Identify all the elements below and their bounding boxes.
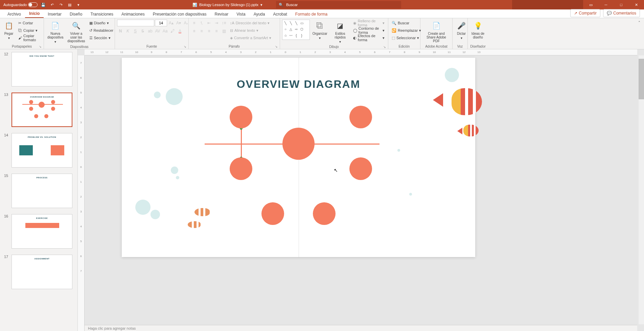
increase-indent-button[interactable]: ⇥ xyxy=(213,20,220,26)
comments-button[interactable]: 💬Comentarios xyxy=(603,9,640,17)
select-button[interactable]: ⬚Seleccionar▾ xyxy=(390,34,422,41)
paragraph-launcher[interactable]: ↘ xyxy=(275,45,278,48)
slide-editor[interactable]: OVERVIEW DIAGRAM xyxy=(122,58,475,257)
clear-format-icon[interactable]: Aₓ xyxy=(183,20,189,26)
tab-formato-forma[interactable]: Formato de forma xyxy=(291,10,331,18)
design-ideas-button[interactable]: 💡Ideas de diseño xyxy=(470,20,486,40)
tab-animaciones[interactable]: Animaciones xyxy=(117,10,149,18)
find-button[interactable]: 🔍Buscar xyxy=(390,20,422,26)
autosave-switch[interactable] xyxy=(28,2,38,7)
diagram-vertical-line-selected[interactable] xyxy=(241,129,242,159)
reuse-slides-button[interactable]: 🔍Volver a usar las diapositivas xyxy=(66,20,86,44)
slide-thumb-15[interactable]: PROCESS xyxy=(12,174,72,208)
shape-line3[interactable]: ╲ xyxy=(294,21,299,25)
ribbon-mode-icon[interactable]: ▭ xyxy=(583,0,598,9)
notes-panel[interactable]: Haga clic para agregar notas xyxy=(85,325,637,331)
tab-transiciones[interactable]: Transiciones xyxy=(86,10,117,18)
qat-dropdown-icon[interactable]: ▾ xyxy=(75,2,82,8)
user-account[interactable] xyxy=(512,0,583,9)
vertical-scrollbar[interactable] xyxy=(639,55,644,324)
tab-acrobat[interactable]: Acrobat xyxy=(269,10,291,18)
chevron-down-icon[interactable]: ▾ xyxy=(54,40,56,44)
font-size-input[interactable] xyxy=(155,20,167,26)
shape-star[interactable]: ☆ xyxy=(283,33,288,38)
tab-diseno[interactable]: Diseño xyxy=(66,10,86,18)
slide-title-text[interactable]: OVERVIEW DIAGRAM xyxy=(237,78,361,91)
highlight-button[interactable]: 🖍 xyxy=(169,28,176,34)
tab-archivo[interactable]: Archivo xyxy=(3,10,25,18)
shape-brace-l[interactable]: { xyxy=(294,33,299,38)
tab-ayuda[interactable]: Ayuda xyxy=(250,10,269,18)
shape-rect[interactable]: ▭ xyxy=(299,21,304,25)
slide-thumb-14[interactable]: PROBLEM VS. SOLUTION xyxy=(12,133,72,168)
align-center-button[interactable]: ≡ xyxy=(198,28,205,34)
scrollbar-thumb[interactable] xyxy=(639,59,644,99)
format-painter-button[interactable]: 🖌Copiar formato xyxy=(17,34,42,41)
shape-fill-button[interactable]: ◉Relleno de forma▾ xyxy=(352,20,386,26)
strike-button[interactable]: S̶ xyxy=(139,28,146,34)
redo-icon[interactable]: ↷ xyxy=(58,2,64,8)
slide-thumb-16[interactable]: EXERCISE xyxy=(12,214,72,249)
slide-thumb-13[interactable]: OVERVIEW DIAGRAM xyxy=(12,93,72,127)
section-button[interactable]: ☰Sección▾ xyxy=(88,34,115,41)
shape-hex[interactable]: ⬡ xyxy=(299,27,304,32)
slide-thumbnail-panel[interactable]: 12 DID YOU KNOW THIS? 13 OVERVIEW DIAGRA… xyxy=(0,49,78,331)
shape-effects-button[interactable]: ◐Efectos de forma▾ xyxy=(352,34,386,41)
line-spacing-button[interactable]: ↕≡ xyxy=(221,20,227,26)
font-launcher[interactable]: ↘ xyxy=(184,45,186,48)
save-icon[interactable]: 💾 xyxy=(40,2,46,8)
dictate-button[interactable]: 🎤Dictar▾ xyxy=(455,20,468,41)
bold-button[interactable]: N xyxy=(117,28,124,34)
shadow-button[interactable]: ab xyxy=(147,28,154,34)
diagram-circle[interactable] xyxy=(313,202,336,225)
shape-line[interactable]: ╲ xyxy=(283,21,288,25)
drawing-launcher[interactable]: ↘ xyxy=(383,45,386,49)
title-dropdown-icon[interactable]: ▾ xyxy=(260,3,262,7)
tab-revisar[interactable]: Revisar xyxy=(210,10,232,18)
minimize-button[interactable]: ─ xyxy=(598,0,614,9)
underline-button[interactable]: S xyxy=(132,28,139,34)
close-button[interactable]: ✕ xyxy=(629,0,644,9)
maximize-button[interactable]: □ xyxy=(614,0,629,9)
undo-icon[interactable]: ↶ xyxy=(49,2,55,8)
diagram-circle[interactable] xyxy=(230,106,252,128)
smartart-button[interactable]: ◈Convertir a SmartArt▾ xyxy=(229,34,273,41)
italic-button[interactable]: K xyxy=(124,28,131,34)
diagram-circle[interactable] xyxy=(349,157,372,180)
tab-inicio[interactable]: Inicio xyxy=(25,10,44,18)
document-title[interactable]: 📊 Biology Lesson by Slidesgo (1).pptx ▾ xyxy=(192,3,262,7)
bullets-button[interactable]: ≡ xyxy=(191,20,198,26)
diagram-circle[interactable] xyxy=(261,202,284,225)
chevron-down-icon[interactable]: ▾ xyxy=(107,21,109,25)
clipboard-launcher[interactable]: ↘ xyxy=(39,45,42,48)
align-right-button[interactable]: ≡ xyxy=(206,28,212,34)
shapes-gallery[interactable]: ╲ ╲ ╲ ▭ ○ △ ⇨ ⬡ ☆ 〰 { } xyxy=(282,20,310,40)
case-button[interactable]: Aa xyxy=(162,28,168,34)
tab-vista[interactable]: Vista xyxy=(232,10,249,18)
tab-presentacion[interactable]: Presentación con diapositivas xyxy=(149,10,211,18)
arrange-button[interactable]: ⿻Organizar▾ xyxy=(311,20,329,41)
layout-button[interactable]: ▦Diseño▾ xyxy=(88,20,115,26)
slide-canvas[interactable]: 13121110987654321012345678910111213 7654… xyxy=(78,49,644,331)
slide-thumb-12[interactable]: DID YOU KNOW THIS? xyxy=(12,52,72,86)
decrease-indent-button[interactable]: ⇤ xyxy=(206,20,212,26)
columns-button[interactable]: ▥ xyxy=(221,28,227,34)
increase-font-icon[interactable]: A▴ xyxy=(168,20,175,26)
shape-outline-button[interactable]: ◯Contorno de forma▾ xyxy=(352,27,386,34)
shape-tri[interactable]: △ xyxy=(289,27,293,32)
diagram-circle[interactable] xyxy=(230,157,252,180)
chevron-down-icon[interactable]: ▾ xyxy=(36,28,38,33)
cut-button[interactable]: ✂Cortar xyxy=(17,20,42,26)
copy-button[interactable]: ⿻Copiar▾ xyxy=(17,27,42,34)
slide-thumb-17[interactable]: ASSIGNMENT xyxy=(12,255,72,289)
adobe-pdf-button[interactable]: 📄Create and Share Adobe PDF xyxy=(422,20,450,44)
font-name-input[interactable] xyxy=(117,20,154,26)
shape-line2[interactable]: ╲ xyxy=(289,21,293,25)
chevron-down-icon[interactable]: ▾ xyxy=(109,36,111,40)
align-text-button[interactable]: ⊟Alinear texto▾ xyxy=(229,27,273,34)
numbering-button[interactable]: ⒈ xyxy=(198,20,205,26)
diagram-circle[interactable] xyxy=(349,106,372,128)
paste-button[interactable]: 📋 Pegar ▾ xyxy=(2,20,16,41)
autosave-toggle[interactable]: Autoguardado xyxy=(3,2,38,7)
share-button[interactable]: ↗Compartir xyxy=(570,9,600,17)
